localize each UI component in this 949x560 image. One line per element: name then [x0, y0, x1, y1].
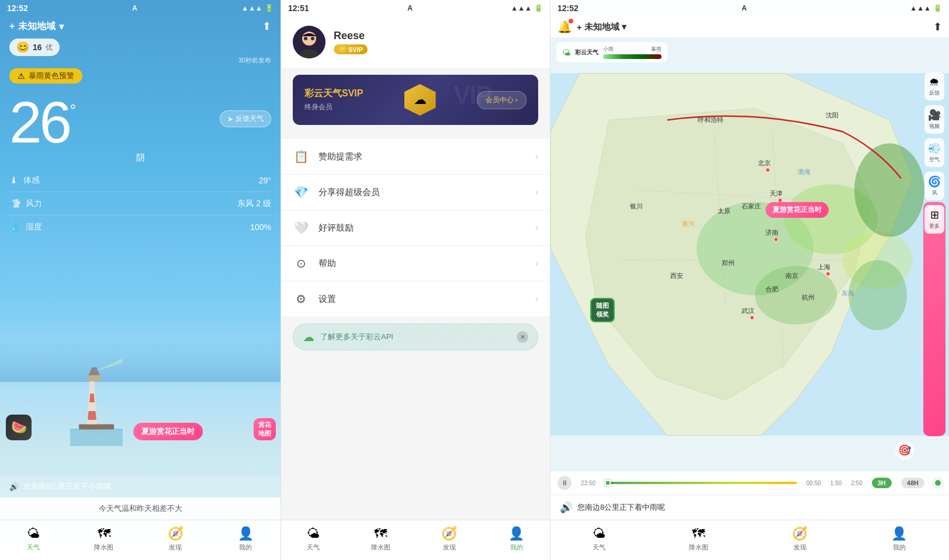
rain-nav-icon: 🗺 [98, 526, 110, 541]
video-tool[interactable]: 🎥 视频 [924, 105, 944, 134]
bottom-nav-1: 🌤 天气 🗺 降水图 🧭 发现 👤 我的 [0, 520, 280, 560]
nav-rain-1[interactable]: 🗺 降水图 [89, 524, 118, 554]
svg-marker-4 [88, 411, 96, 420]
city-jinan: 济南 [766, 228, 778, 237]
status-icons: ▲▲▲ 🔋 [241, 4, 273, 12]
feedback-button[interactable]: ➤ 反馈天气 [220, 110, 271, 127]
rain-nav-icon-2: 🗺 [374, 526, 387, 541]
menu-item-share[interactable]: 💎 分享得超级会员 › [281, 175, 550, 210]
thermometer-icon: 🌡 [9, 175, 19, 186]
discover-nav-label: 发现 [169, 543, 182, 552]
water-background [0, 335, 280, 382]
menu-item-sponsor[interactable]: 📋 赞助提需求 › [281, 139, 550, 175]
notification-badge: A [132, 4, 137, 12]
city-hangzhou: 杭州 [802, 293, 815, 302]
temperature-section: 26 ° ➤ 反馈天气 [0, 87, 280, 151]
map-area[interactable]: 🌤 彩云天气 小雨 暴雨 🌧 反馈 🎥 视频 💨 空气 [550, 37, 949, 471]
weather-stats: 🌡 体感 29° 💨 风力 东风 2 级 💧 湿度 100% [0, 169, 280, 238]
nav-discover-2[interactable]: 🧭 发现 [437, 524, 462, 554]
timeline-cursor[interactable] [605, 480, 611, 486]
wind-tool[interactable]: 🌀 风 [924, 172, 944, 200]
nav-discover-1[interactable]: 🧭 发现 [163, 524, 188, 554]
menu-item-settings[interactable]: ⚙ 设置 › [281, 281, 550, 316]
nav-discover-3[interactable]: 🧭 发现 [787, 524, 812, 554]
map-share-icon[interactable]: ⬆ [933, 20, 942, 33]
city-shijiazhuang: 石家庄 [742, 202, 761, 211]
feedback-tool[interactable]: 🌧 反馈 [924, 72, 944, 100]
nav-profile-2[interactable]: 👤 我的 [504, 524, 529, 554]
map-timeline: ⏸ 23:50 00:50 1:50 2:50 3H 48H [550, 471, 949, 495]
city-bohai: 渤海 [798, 168, 811, 176]
nav-weather-2[interactable]: 🌤 天气 [302, 524, 324, 554]
menu-item-rate[interactable]: 🤍 好评鼓励 › [281, 210, 550, 246]
promo-right-map[interactable]: 赏花 地图 [923, 202, 945, 436]
more-tool-icon: ⊞ [930, 208, 939, 221]
api-text: 了解更多关于彩云API [320, 332, 511, 342]
svg-point-19 [848, 260, 907, 331]
svg-point-12 [311, 37, 314, 40]
map-notification-text: 您南边8公里正下着中雨呢 [577, 502, 665, 513]
live-indicator [934, 479, 942, 487]
feels-like-label: 体感 [23, 175, 259, 186]
air-tool[interactable]: 💨 空气 [924, 138, 944, 167]
feedback-arrow: ➤ [227, 115, 233, 123]
profile-nav-icon-2: 👤 [508, 526, 524, 541]
promo-right-badge-1[interactable]: 赏花 地图 [254, 418, 276, 440]
reward-badge[interactable]: 随图 领奖 [590, 298, 615, 322]
nav-profile-1[interactable]: 👤 我的 [233, 524, 258, 554]
timeline-time-1: 23:50 [581, 480, 595, 486]
promo-banner-1[interactable]: 夏游赏花正当时 [133, 423, 203, 440]
location-bar[interactable]: + 未知地域 ▾ [9, 20, 64, 33]
nav-rain-2[interactable]: 🗺 降水图 [366, 524, 395, 554]
nav-rain-3[interactable]: 🗺 降水图 [684, 524, 713, 554]
promo-map-banner[interactable]: 夏游赏花正当时 [766, 202, 829, 218]
svg-point-18 [854, 144, 924, 237]
map-legend: 🌤 彩云天气 小雨 暴雨 [556, 42, 667, 62]
feedback-tool-icon: 🌧 [929, 76, 940, 88]
more-tool[interactable]: ⊞ 更多 [924, 205, 944, 234]
aqi-label: 优 [46, 43, 53, 53]
stat-feels-like: 🌡 体感 29° [9, 169, 271, 192]
signal-icon-2: ▲▲▲ [511, 4, 532, 12]
svip-text: SVIP [348, 46, 363, 53]
temperature-unit: ° [70, 101, 76, 120]
notification-bell[interactable]: 🔔 [557, 20, 572, 34]
share-icon[interactable]: ⬆ [262, 20, 271, 33]
wind-label: 风力 [26, 199, 237, 209]
wind-icon: 💨 [9, 198, 21, 209]
weather-nav-label-3: 天气 [593, 543, 605, 552]
timeline-time-2: 00:50 [806, 480, 821, 486]
location-center-button[interactable]: 🎯 [895, 441, 914, 460]
city-xian: 西安 [670, 272, 683, 280]
timeline-3h-button[interactable]: 3H [872, 478, 892, 488]
nav-weather-3[interactable]: 🌤 天气 [588, 524, 610, 554]
nav-weather-1[interactable]: 🌤 天气 [22, 524, 44, 554]
coin-icon: 🪙 [338, 46, 347, 53]
watermelon-app-icon[interactable]: 🍉 [6, 415, 32, 440]
battery-icon-2: 🔋 [534, 4, 543, 12]
svg-rect-5 [88, 375, 101, 382]
timeline-48h-button[interactable]: 48H [901, 478, 924, 488]
stat-humidity: 💧 湿度 100% [9, 215, 271, 238]
discover-nav-label-2: 发现 [443, 543, 456, 552]
rate-arrow: › [535, 222, 538, 233]
api-close-button[interactable]: ✕ [517, 331, 528, 343]
timeline-play-button[interactable]: ⏸ [557, 476, 572, 490]
status-bar-profile: 12:51 A ▲▲▲ 🔋 [281, 0, 550, 16]
profile-nav-icon-3: 👤 [891, 526, 907, 541]
api-banner[interactable]: ☁ 了解更多关于彩云API ✕ [293, 324, 538, 350]
lighthouse-illustration [70, 359, 123, 446]
add-icon[interactable]: + [9, 21, 15, 32]
avatar-image [293, 26, 325, 58]
location-text: 未知地域 [18, 20, 56, 33]
user-avatar [293, 26, 325, 58]
menu-item-help[interactable]: ⊙ 帮助 › [281, 246, 550, 281]
map-location[interactable]: + 未知地域 ▾ [577, 22, 626, 33]
timeline-bar[interactable] [605, 482, 797, 484]
nav-profile-3[interactable]: 👤 我的 [886, 524, 912, 554]
reward-text: 随图 领奖 [596, 302, 609, 318]
time-display-3: 12:52 [557, 4, 579, 13]
share-diamond-icon: 💎 [293, 185, 309, 199]
video-tool-icon: 🎥 [928, 109, 941, 121]
vip-card[interactable]: VIP 彩云天气SVIP 终身会员 ☁ 会员中心 › [293, 75, 538, 125]
